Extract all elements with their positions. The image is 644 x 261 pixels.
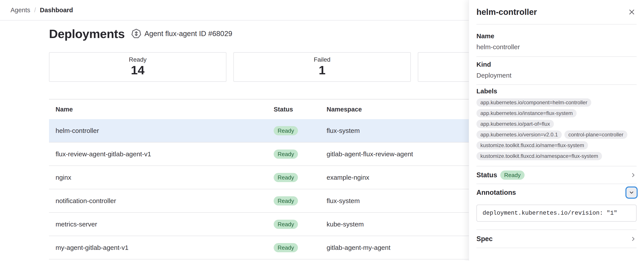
chevron-right-icon[interactable]: [630, 172, 636, 178]
agent-id-text: Agent flux-agent ID #68029: [144, 29, 232, 38]
label-chip: app.kubernetes.io/component=helm-control…: [476, 98, 591, 107]
field-value: helm-controller: [476, 43, 636, 51]
card-label: Ready: [129, 56, 146, 63]
deployment-name: helm-controller: [49, 127, 274, 134]
deployment-name: nginx: [49, 174, 274, 181]
card-failed: Failed 1: [234, 52, 411, 82]
status-badge: Ready: [274, 196, 298, 206]
drawer-section-status[interactable]: Status Ready: [476, 166, 636, 184]
deployment-name: flux-review-agent-gitlab-agent-v1: [49, 150, 274, 158]
annotations-header: Annotations: [476, 187, 636, 198]
collapse-annotations-button[interactable]: [626, 188, 636, 198]
breadcrumb: Agents / Dashboard: [10, 6, 73, 14]
status-badge: Ready: [274, 126, 298, 135]
column-header-status: Status: [274, 106, 326, 113]
label-chip: app.kubernetes.io/instance=flux-system: [476, 109, 576, 117]
deployment-name: metrics-server: [49, 221, 274, 228]
chevron-right-icon[interactable]: [630, 236, 636, 242]
details-drawer: helm-controller Name helm-controller Kin…: [469, 0, 644, 261]
close-icon: [628, 8, 636, 16]
field-label: Name: [476, 32, 636, 40]
page-title: Deployments: [49, 27, 125, 41]
drawer-section-kind: Kind Deployment: [476, 57, 636, 85]
section-heading: Spec: [476, 235, 492, 243]
status-badge: Ready: [274, 220, 298, 229]
field-value: Deployment: [476, 72, 636, 79]
label-chip: kustomize.toolkit.fluxcd.io/name=flux-sy…: [476, 141, 588, 150]
section-heading: Status: [476, 171, 497, 179]
breadcrumb-separator: /: [34, 6, 36, 14]
section-heading: Annotations: [476, 189, 516, 197]
drawer-title: helm-controller: [476, 7, 537, 17]
deployment-name: my-agent-gitlab-agent-v1: [49, 244, 274, 251]
deployment-name: notification-controller: [49, 197, 274, 205]
breadcrumb-item-dashboard: Dashboard: [40, 6, 73, 14]
status-badge: Ready: [274, 243, 298, 252]
label-chip: app.kubernetes.io/part-of=flux: [476, 120, 554, 128]
card-ready: Ready 14: [49, 52, 226, 82]
status-badge: Ready: [274, 150, 298, 159]
chevron-down-icon: [629, 190, 634, 195]
status-badge: Ready: [274, 173, 298, 182]
label-chip: control-plane=controller: [564, 130, 627, 139]
drawer-section-name: Name helm-controller: [476, 24, 636, 57]
column-header-name: Name: [49, 106, 274, 113]
card-value: 1: [319, 63, 326, 77]
agent-icon: [131, 29, 141, 39]
card-value: 14: [131, 63, 144, 77]
breadcrumb-item-agents[interactable]: Agents: [10, 6, 30, 14]
label-chips: app.kubernetes.io/component=helm-control…: [476, 98, 636, 160]
annotations-code: deployment.kubernetes.io/revision: "1": [476, 205, 636, 222]
drawer-header: helm-controller: [476, 0, 636, 24]
field-label: Kind: [476, 61, 636, 68]
label-chip: kustomize.toolkit.fluxcd.io/namespace=fl…: [476, 152, 602, 160]
drawer-section-spec[interactable]: Spec: [476, 230, 636, 248]
drawer-section-annotations: Annotations deployment.kubernetes.io/rev…: [476, 184, 636, 230]
card-label: Failed: [314, 56, 330, 63]
field-label: Labels: [476, 87, 636, 95]
agent-info: Agent flux-agent ID #68029: [131, 29, 232, 39]
close-drawer-button[interactable]: [627, 7, 636, 17]
drawer-section-labels: Labels app.kubernetes.io/component=helm-…: [476, 85, 636, 166]
label-chip: app.kubernetes.io/version=v2.0.1: [476, 130, 562, 139]
status-badge: Ready: [500, 171, 524, 180]
